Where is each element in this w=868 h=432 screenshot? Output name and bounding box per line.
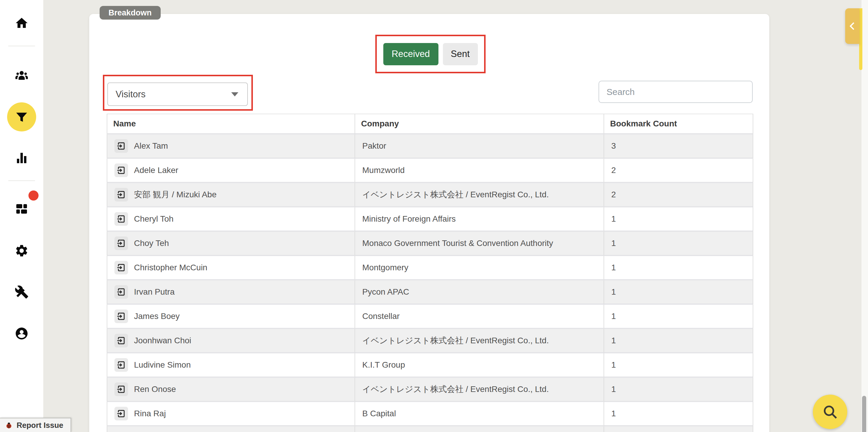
login-icon[interactable] xyxy=(115,285,128,299)
sidebar-item-filter-active[interactable] xyxy=(7,103,36,132)
attendee-company: イベントレジスト株式会社 / EventRegist Co., Ltd. xyxy=(355,183,604,207)
login-icon[interactable] xyxy=(115,139,128,153)
attendee-company: Constellar xyxy=(355,305,604,329)
bar-chart-icon xyxy=(14,151,29,165)
table-row[interactable]: Choy Teh Monaco Government Tourist & Con… xyxy=(107,232,753,256)
bookmark-count: 3 xyxy=(604,135,753,159)
login-icon[interactable] xyxy=(115,382,128,396)
side-panel-edge xyxy=(859,8,862,70)
column-header-name: Name xyxy=(107,114,355,135)
login-icon[interactable] xyxy=(115,407,128,421)
table-row[interactable]: 安部 観月 / Mizuki Abe イベントレジスト株式会社 / EventR… xyxy=(107,183,753,207)
bookmark-count: 1 xyxy=(604,402,753,426)
login-icon[interactable] xyxy=(115,164,128,177)
table-row[interactable]: James Boey Constellar 1 xyxy=(107,305,753,329)
attendee-name: Adele Laker xyxy=(134,166,178,175)
table-row[interactable]: Rina Raj B Capital 1 xyxy=(107,402,753,426)
login-icon[interactable] xyxy=(115,261,128,275)
report-issue-label: Report Issue xyxy=(17,421,63,430)
sent-button[interactable]: Sent xyxy=(443,43,478,65)
table-row[interactable]: Christopher McCuin Montgomery 1 xyxy=(107,256,753,280)
bookmark-count: 1 xyxy=(604,329,753,353)
breakdown-badge: Breakdown xyxy=(100,6,161,20)
table-body: Alex Tam Paktor 3 Adele Laker Mu xyxy=(107,135,753,432)
filter-icon xyxy=(15,110,28,124)
account-icon xyxy=(14,326,29,341)
attendee-company: Montgomery xyxy=(355,256,604,280)
attendee-company: イベントレジスト株式会社 / EventRegist Co., Ltd. xyxy=(355,378,604,402)
page: { "colors": { "accent-green": "#35814D",… xyxy=(0,0,868,432)
received-sent-toggle: Received Sent xyxy=(375,35,486,73)
attendee-name: Ren Onose xyxy=(134,384,176,394)
attendee-company: B Capital xyxy=(355,402,604,426)
attendee-name: Cheryl Toh xyxy=(134,214,174,224)
table-row[interactable]: Irvan Putra Pycon APAC 1 xyxy=(107,280,753,305)
attendee-name: Choy Teh xyxy=(134,238,169,248)
table-row[interactable]: Alex Tam Paktor 3 xyxy=(107,135,753,159)
table-row[interactable]: Ludivine Simon K.I.T Group 1 xyxy=(107,353,753,378)
attendee-name: 安部 観月 / Mizuki Abe xyxy=(134,189,217,200)
category-dropdown[interactable]: Visitors xyxy=(107,83,248,106)
login-icon[interactable] xyxy=(115,236,128,250)
login-icon[interactable] xyxy=(115,310,128,323)
breakdown-badge-label: Breakdown xyxy=(108,8,152,18)
table-row[interactable]: Ren Onose イベントレジスト株式会社 / EventRegist Co.… xyxy=(107,378,753,402)
scrollbar-thumb[interactable] xyxy=(862,396,866,432)
attendee-company: Pycon APAC xyxy=(355,280,604,305)
magnifier-icon xyxy=(822,404,838,420)
sidebar xyxy=(0,0,43,432)
dashboard-icon xyxy=(14,202,29,216)
attendee-name: Christopher McCuin xyxy=(134,263,207,272)
sidebar-item-account[interactable] xyxy=(14,326,29,341)
login-icon[interactable] xyxy=(115,334,128,347)
bookmark-count: 1 xyxy=(604,305,753,329)
table-row-partial xyxy=(107,426,753,432)
attendee-company: Monaco Government Tourist & Convention A… xyxy=(355,232,604,256)
attendee-company: K.I.T Group xyxy=(355,353,604,378)
sidebar-item-analytics[interactable] xyxy=(14,151,29,165)
sidebar-item-dashboard[interactable] xyxy=(14,202,29,216)
collapse-panel-tab[interactable] xyxy=(845,8,859,44)
attendee-name: Irvan Putra xyxy=(134,287,175,297)
search-input[interactable] xyxy=(598,81,753,103)
table-row[interactable]: Adele Laker Mumzworld 2 xyxy=(107,159,753,183)
column-header-bookmark-count: Bookmark Count xyxy=(604,114,753,135)
attendee-name: Alex Tam xyxy=(134,141,168,151)
attendee-company: イベントレジスト株式会社 / EventRegist Co., Ltd. xyxy=(355,329,604,353)
table-row[interactable]: Cheryl Toh Ministry of Foreign Affairs 1 xyxy=(107,207,753,232)
attendee-name: Ludivine Simon xyxy=(134,360,191,370)
sidebar-divider xyxy=(8,46,35,46)
attendee-company: Mumzworld xyxy=(355,159,604,183)
sidebar-item-home[interactable] xyxy=(14,16,29,30)
table-header-row: Name Company Bookmark Count xyxy=(107,114,753,135)
received-button[interactable]: Received xyxy=(383,43,438,65)
bookmark-count: 1 xyxy=(604,207,753,232)
report-issue-button[interactable]: Report Issue xyxy=(0,418,71,432)
chevron-down-icon xyxy=(231,92,238,96)
bookmarks-table: Name Company Bookmark Count Alex Tam xyxy=(107,114,753,432)
sidebar-item-settings[interactable] xyxy=(14,243,29,258)
notification-dot xyxy=(28,191,38,201)
login-icon[interactable] xyxy=(115,358,128,372)
attendee-name: James Boey xyxy=(134,312,180,321)
scrollbar-track xyxy=(862,0,868,432)
sidebar-divider xyxy=(8,180,35,181)
attendees-icon xyxy=(14,68,29,83)
bookmark-count: 1 xyxy=(604,280,753,305)
login-icon[interactable] xyxy=(115,188,128,201)
bookmark-count: 1 xyxy=(604,378,753,402)
column-header-company: Company xyxy=(355,114,604,135)
settings-icon xyxy=(14,243,29,258)
sidebar-item-tools[interactable] xyxy=(14,285,29,299)
bookmark-count: 1 xyxy=(604,232,753,256)
bookmark-count: 2 xyxy=(604,159,753,183)
category-dropdown-value: Visitors xyxy=(116,89,231,100)
table-row[interactable]: Joonhwan Choi イベントレジスト株式会社 / EventRegist… xyxy=(107,329,753,353)
login-icon[interactable] xyxy=(115,212,128,226)
bug-icon xyxy=(5,421,13,429)
attendee-company: Paktor xyxy=(355,135,604,159)
chevron-left-icon xyxy=(848,22,857,31)
search-fab[interactable] xyxy=(813,395,847,429)
sidebar-item-attendees[interactable] xyxy=(14,68,29,83)
bookmark-count: 1 xyxy=(604,256,753,280)
